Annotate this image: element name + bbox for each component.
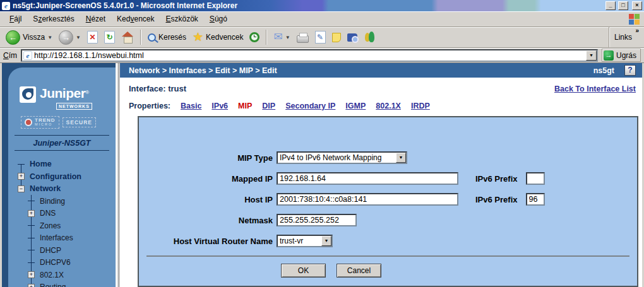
device-badge: ns5gt — [593, 66, 614, 75]
menu-view[interactable]: Nézet — [80, 13, 111, 25]
address-dropdown-button[interactable]: ▼ — [586, 50, 597, 61]
toolbar-separator — [266, 30, 267, 45]
history-clock-icon — [249, 32, 259, 42]
back-to-interface-list-link[interactable]: Back To Interface List — [554, 85, 636, 93]
ipv6-prefix-label: IPv6 Prefix — [475, 195, 518, 204]
forward-dropdown-icon[interactable]: ▼ — [76, 35, 81, 40]
sidebar-item-interfaces[interactable]: Interfaces — [8, 232, 116, 245]
browser-viewport: Juniper® NETWORKS TREND MICRO SECURE Jun… — [0, 63, 644, 287]
sidebar-item-binding[interactable]: Binding — [8, 195, 116, 208]
mip-edit-form-panel: MIP Type IPv4 to IPv6 Network Mapping ▼ … — [138, 116, 638, 287]
host-ip-label: Host IP — [139, 195, 273, 204]
refresh-button[interactable]: ↻ — [102, 30, 117, 45]
favorites-button[interactable]: ★ Kedvencek — [190, 30, 246, 44]
menu-edit[interactable]: Szerkesztés — [27, 13, 80, 25]
tab-basic[interactable]: Basic — [181, 102, 201, 110]
back-button[interactable]: ← Vissza ▼ — [3, 29, 55, 46]
cancel-button[interactable]: Cancel — [337, 264, 381, 278]
breadcrumb: Network > Interfaces > Edit > MIP > Edit — [129, 66, 593, 75]
tab-8021x[interactable]: 802.1X — [376, 102, 401, 110]
tab-igmp[interactable]: IGMP — [345, 102, 366, 110]
tab-ipv6[interactable]: IPv6 — [212, 102, 228, 110]
sticky-note-icon — [332, 33, 341, 42]
links-toolbar[interactable]: Links » — [609, 27, 641, 47]
chevron-down-icon[interactable]: ▼ — [396, 153, 406, 163]
tree-connector — [28, 238, 35, 238]
maximize-button[interactable]: □ — [618, 1, 628, 10]
mapped-ip-prefix-input[interactable] — [526, 172, 545, 185]
research-book-icon — [347, 33, 357, 42]
research-button[interactable] — [345, 32, 360, 43]
sidebar-item-8021x[interactable]: + 802.1X — [8, 269, 116, 281]
menu-help[interactable]: Súgó — [204, 13, 233, 25]
sidebar-item-routing[interactable]: + Routing — [8, 281, 116, 287]
forward-button[interactable]: → ▼ — [56, 29, 83, 46]
back-dropdown-icon[interactable]: ▼ — [47, 35, 52, 40]
standard-toolbar: ← Vissza ▼ → ▼ ✕ ↻ Keresés ★ Kedvencek ✉… — [0, 27, 644, 48]
tab-secondary-ip[interactable]: Secondary IP — [285, 102, 335, 110]
sidebar-item-zones[interactable]: Zones — [8, 220, 116, 232]
toolbar-separator — [140, 30, 141, 45]
menu-bar: Fájl Szerkesztés Nézet Kedvencek Eszközö… — [0, 11, 644, 27]
tab-irdp[interactable]: IRDP — [411, 102, 430, 110]
home-button[interactable] — [119, 30, 136, 44]
search-button[interactable]: Keresés — [145, 32, 189, 43]
sidebar-item-dns[interactable]: + DNS — [8, 208, 116, 220]
virtual-router-select[interactable]: trust-vr ▼ — [277, 235, 333, 247]
mail-button[interactable]: ✉ ▼ — [271, 31, 292, 44]
ok-button[interactable]: OK — [281, 264, 326, 278]
expand-plus-icon[interactable]: + — [28, 210, 35, 217]
menu-file[interactable]: Fájl — [4, 13, 27, 25]
help-button[interactable]: ? — [624, 65, 636, 76]
forward-icon: → — [59, 30, 73, 45]
history-button[interactable] — [247, 31, 262, 44]
breadcrumb-bar: Network > Interfaces > Edit > MIP > Edit… — [120, 63, 642, 78]
close-button[interactable]: × — [632, 1, 642, 10]
expand-plus-icon[interactable]: + — [28, 284, 35, 287]
sidebar-item-home[interactable]: Home — [8, 158, 116, 171]
mail-dropdown-icon[interactable]: ▼ — [285, 35, 290, 40]
host-ip-input[interactable] — [277, 193, 458, 206]
expand-plus-icon[interactable]: + — [18, 173, 25, 180]
form-divider — [146, 255, 629, 257]
menu-favorites[interactable]: Kedvencek — [111, 13, 160, 25]
sidebar-item-dhcp[interactable]: DHCP — [8, 244, 116, 257]
host-ip-prefix-input[interactable] — [526, 193, 545, 206]
collapse-minus-icon[interactable]: − — [18, 185, 25, 192]
chevron-down-icon[interactable]: ▼ — [321, 236, 331, 246]
messenger-button[interactable] — [361, 30, 379, 44]
minimize-button[interactable]: _ — [605, 1, 616, 10]
page-header: Interface: trust Back To Interface List … — [120, 78, 642, 110]
print-button[interactable] — [294, 31, 311, 44]
discuss-button[interactable] — [330, 32, 343, 44]
favorites-star-icon: ★ — [193, 32, 203, 43]
mapped-ip-input[interactable] — [277, 172, 458, 185]
tree-connector — [28, 201, 35, 201]
tab-dip[interactable]: DIP — [262, 102, 275, 110]
netmask-input[interactable] — [277, 214, 357, 226]
sidebar-item-network[interactable]: − Network — [8, 183, 116, 196]
stop-button[interactable]: ✕ — [85, 30, 100, 45]
mapped-ip-label: Mapped IP — [139, 174, 273, 184]
juniper-logo: Juniper® NETWORKS — [20, 86, 109, 110]
menu-tools[interactable]: Eszközök — [160, 13, 203, 25]
sidebar-item-configuration[interactable]: + Configuration — [8, 170, 116, 183]
go-button[interactable]: → Ugrás — [602, 49, 641, 62]
device-name-label: Juniper-NS5GT — [15, 135, 109, 151]
windows-logo-icon — [628, 13, 640, 25]
home-icon — [121, 32, 134, 43]
url-input[interactable] — [32, 50, 586, 60]
expand-plus-icon[interactable]: + — [28, 271, 35, 278]
trend-micro-badge: TREND MICRO SECURE — [21, 116, 107, 129]
sidebar-item-dhcpv6[interactable]: DHCPV6 — [8, 257, 116, 269]
refresh-icon: ↻ — [104, 31, 115, 44]
mip-type-select[interactable]: IPv4 to IPv6 Network Mapping ▼ — [277, 151, 407, 164]
trend-micro-icon — [25, 119, 32, 126]
address-label: Cím — [3, 51, 17, 60]
netmask-label: Netmask — [139, 216, 273, 225]
toolbar-overflow-chevron[interactable]: » — [635, 27, 639, 34]
edit-button[interactable]: ✎ — [313, 30, 328, 45]
page-title: Interface: trust — [129, 84, 186, 93]
tab-mip[interactable]: MIP — [238, 102, 252, 110]
mail-envelope-icon: ✉ — [273, 32, 282, 42]
